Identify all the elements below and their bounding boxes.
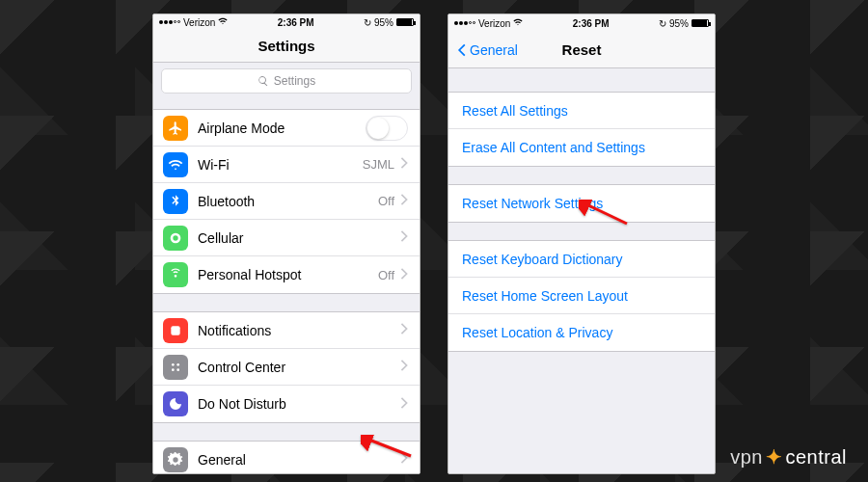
row-label: Control Center — [198, 360, 400, 375]
group-reset-3: Reset Keyboard Dictionary Reset Home Scr… — [448, 240, 715, 352]
search-wrap: Settings — [153, 63, 420, 99]
chevron-right-icon — [400, 452, 408, 467]
airplane-icon — [163, 116, 188, 141]
back-button[interactable]: General — [456, 42, 518, 58]
row-cellular[interactable]: Cellular — [153, 220, 420, 256]
nav-bar: General Reset — [448, 32, 715, 68]
hotspot-icon — [163, 262, 188, 287]
cellular-icon — [163, 226, 188, 251]
row-dnd[interactable]: Do Not Disturb — [153, 386, 420, 422]
row-value: SJML — [363, 157, 394, 172]
wifi-icon — [163, 152, 188, 177]
chevron-right-icon — [400, 157, 408, 172]
chevron-right-icon — [400, 268, 408, 282]
link-reset-location[interactable]: Reset Location & Privacy — [448, 314, 715, 351]
battery-percent: 95% — [669, 18, 689, 29]
control-center-icon — [163, 355, 188, 380]
svg-point-2 — [176, 363, 179, 366]
link-label: Reset Keyboard Dictionary — [462, 252, 623, 267]
gear-icon — [163, 447, 188, 472]
row-general[interactable]: General — [153, 442, 420, 473]
phone-settings: Verizon 2:36 PM ↻ 95% Settings Settings — [152, 13, 420, 474]
link-erase-all[interactable]: Erase All Content and Settings — [448, 129, 715, 166]
group-reset-2: Reset Network Settings — [448, 184, 715, 223]
brand-accent-icon: ✦ — [766, 445, 783, 469]
row-label: Wi-Fi — [198, 157, 363, 173]
rotation-lock-icon: ↻ — [659, 18, 666, 29]
row-value: Off — [378, 268, 394, 282]
search-input[interactable]: Settings — [161, 68, 412, 94]
row-label: General — [198, 452, 400, 468]
brand-part1: vpn — [730, 446, 763, 469]
link-reset-all[interactable]: Reset All Settings — [448, 93, 715, 129]
row-hotspot[interactable]: Personal Hotspot Off — [153, 256, 420, 293]
clock: 2:36 PM — [278, 17, 314, 28]
row-bluetooth[interactable]: Bluetooth Off — [153, 183, 420, 220]
chevron-right-icon — [400, 194, 408, 208]
group-network: Airplane Mode Wi-Fi SJML Bluetooth Off — [153, 109, 420, 294]
link-reset-keyboard[interactable]: Reset Keyboard Dictionary — [448, 241, 715, 278]
row-label: Bluetooth — [198, 194, 378, 209]
row-control-center[interactable]: Control Center — [153, 349, 420, 386]
chevron-right-icon — [400, 360, 408, 374]
page-title: Settings — [258, 38, 314, 54]
row-wifi[interactable]: Wi-Fi SJML — [153, 147, 420, 183]
search-icon — [258, 75, 269, 87]
chevron-left-icon — [456, 43, 468, 57]
row-label: Cellular — [198, 230, 400, 246]
row-value: Off — [378, 194, 394, 208]
link-label: Reset Location & Privacy — [462, 325, 612, 340]
wifi-icon — [218, 16, 228, 28]
wifi-icon — [513, 17, 523, 29]
signal-dots-icon — [159, 20, 180, 24]
row-label: Personal Hotspot — [198, 267, 378, 282]
group-general: General AA Display & Brightness — [153, 441, 420, 473]
brand-part2: central — [785, 446, 847, 469]
link-label: Erase All Content and Settings — [462, 140, 645, 155]
row-notifications[interactable]: Notifications — [153, 312, 420, 349]
svg-point-3 — [172, 368, 175, 371]
link-label: Reset All Settings — [462, 103, 568, 119]
phone-reset: Verizon 2:36 PM ↻ 95% General Reset Rese… — [448, 13, 716, 474]
reset-list: Reset All Settings Erase All Content and… — [448, 68, 715, 352]
link-reset-network[interactable]: Reset Network Settings — [448, 185, 715, 222]
svg-point-4 — [176, 368, 179, 371]
svg-point-1 — [172, 363, 175, 366]
status-bar: Verizon 2:36 PM ↻ 95% — [448, 14, 715, 32]
carrier-label: Verizon — [183, 17, 215, 28]
battery-icon — [692, 19, 709, 27]
clock: 2:36 PM — [573, 18, 610, 29]
battery-icon — [396, 18, 414, 26]
rotation-lock-icon: ↻ — [364, 17, 371, 28]
link-label: Reset Home Screen Layout — [462, 288, 628, 304]
back-label: General — [470, 42, 518, 58]
svg-rect-0 — [171, 326, 179, 335]
link-label: Reset Network Settings — [462, 196, 603, 211]
group-notify: Notifications Control Center Do Not Dist… — [153, 311, 420, 423]
battery-percent: 95% — [374, 17, 393, 28]
chevron-right-icon — [400, 230, 408, 245]
signal-dots-icon — [454, 21, 475, 25]
chevron-right-icon — [400, 397, 408, 412]
carrier-label: Verizon — [478, 18, 510, 29]
row-airplane[interactable]: Airplane Mode — [153, 110, 420, 147]
settings-list: Airplane Mode Wi-Fi SJML Bluetooth Off — [153, 99, 420, 473]
notifications-icon — [163, 318, 188, 343]
nav-bar: Settings — [153, 30, 420, 63]
row-label: Airplane Mode — [198, 120, 366, 136]
row-label: Do Not Disturb — [198, 396, 400, 412]
status-bar: Verizon 2:36 PM ↻ 95% — [153, 14, 420, 30]
bluetooth-icon — [163, 189, 188, 214]
group-reset-1: Reset All Settings Erase All Content and… — [448, 92, 715, 167]
page-title: Reset — [562, 41, 602, 58]
brand-logo: vpn ✦ central — [730, 445, 847, 469]
stage: Verizon 2:36 PM ↻ 95% Settings Settings — [0, 0, 868, 482]
link-reset-home[interactable]: Reset Home Screen Layout — [448, 278, 715, 314]
airplane-toggle[interactable] — [366, 116, 408, 141]
chevron-right-icon — [400, 323, 408, 337]
dnd-icon — [163, 391, 188, 416]
search-placeholder: Settings — [274, 74, 315, 88]
row-label: Notifications — [198, 323, 400, 338]
